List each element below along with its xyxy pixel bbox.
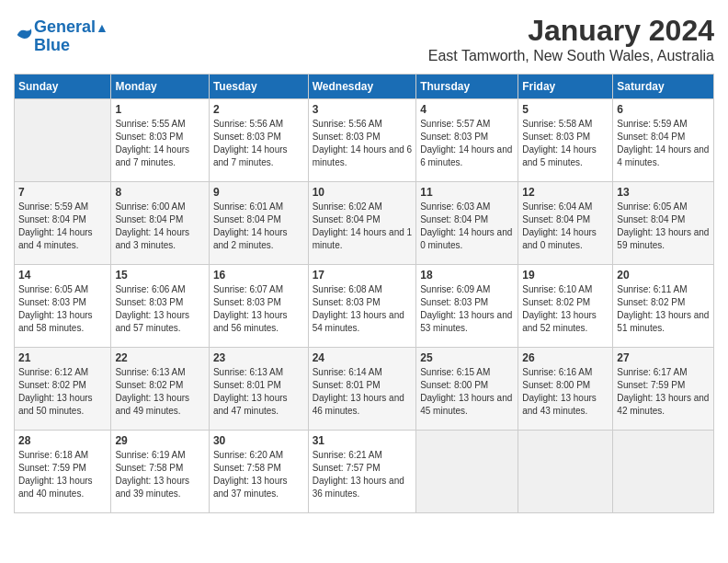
header-monday: Monday bbox=[111, 75, 209, 99]
day-number: 11 bbox=[420, 186, 514, 199]
day-info: Sunrise: 5:57 AMSunset: 8:03 PMDaylight:… bbox=[420, 118, 514, 169]
header-wednesday: Wednesday bbox=[308, 75, 416, 99]
day-number: 30 bbox=[213, 434, 304, 447]
day-info: Sunrise: 6:19 AMSunset: 7:58 PMDaylight:… bbox=[115, 449, 204, 500]
calendar-week-row: 14Sunrise: 6:05 AMSunset: 8:03 PMDayligh… bbox=[15, 265, 714, 348]
day-number: 21 bbox=[18, 351, 107, 364]
day-info: Sunrise: 6:08 AMSunset: 8:03 PMDaylight:… bbox=[313, 283, 413, 335]
day-number: 20 bbox=[617, 269, 710, 282]
calendar-cell: 19Sunrise: 6:10 AMSunset: 8:02 PMDayligh… bbox=[518, 265, 613, 348]
calendar-cell: 26Sunrise: 6:16 AMSunset: 8:00 PMDayligh… bbox=[518, 348, 613, 431]
day-number: 31 bbox=[313, 434, 413, 447]
day-info: Sunrise: 6:18 AMSunset: 7:59 PMDaylight:… bbox=[18, 449, 107, 500]
calendar-cell bbox=[518, 431, 613, 513]
day-number: 18 bbox=[420, 269, 514, 282]
day-info: Sunrise: 5:58 AMSunset: 8:03 PMDaylight:… bbox=[522, 118, 609, 169]
header-thursday: Thursday bbox=[416, 75, 518, 99]
day-info: Sunrise: 6:12 AMSunset: 8:02 PMDaylight:… bbox=[18, 366, 107, 418]
day-number: 24 bbox=[313, 351, 413, 364]
day-info: Sunrise: 6:09 AMSunset: 8:03 PMDaylight:… bbox=[420, 283, 514, 335]
logo-text-blue: Blue bbox=[34, 37, 108, 55]
calendar-week-row: 21Sunrise: 6:12 AMSunset: 8:02 PMDayligh… bbox=[15, 348, 714, 431]
calendar-header-row: Sunday Monday Tuesday Wednesday Thursday… bbox=[15, 75, 714, 99]
day-info: Sunrise: 6:20 AMSunset: 7:58 PMDaylight:… bbox=[213, 449, 304, 500]
calendar-cell: 1Sunrise: 5:55 AMSunset: 8:03 PMDaylight… bbox=[111, 99, 209, 182]
day-info: Sunrise: 6:02 AMSunset: 8:04 PMDaylight:… bbox=[313, 201, 413, 252]
calendar-body: 1Sunrise: 5:55 AMSunset: 8:03 PMDaylight… bbox=[15, 99, 714, 513]
calendar-cell: 13Sunrise: 6:05 AMSunset: 8:04 PMDayligh… bbox=[613, 182, 714, 265]
calendar-cell: 20Sunrise: 6:11 AMSunset: 8:02 PMDayligh… bbox=[613, 265, 714, 348]
calendar-week-row: 1Sunrise: 5:55 AMSunset: 8:03 PMDaylight… bbox=[15, 99, 714, 182]
day-number: 14 bbox=[18, 269, 107, 282]
day-number: 1 bbox=[115, 103, 204, 116]
header-sunday: Sunday bbox=[15, 75, 111, 99]
header-saturday: Saturday bbox=[613, 75, 714, 99]
calendar-cell: 21Sunrise: 6:12 AMSunset: 8:02 PMDayligh… bbox=[15, 348, 111, 431]
calendar-table: Sunday Monday Tuesday Wednesday Thursday… bbox=[14, 74, 714, 513]
day-number: 2 bbox=[213, 103, 304, 116]
day-number: 8 bbox=[115, 186, 204, 199]
calendar-cell bbox=[15, 99, 111, 182]
day-number: 25 bbox=[420, 351, 514, 364]
calendar-cell: 11Sunrise: 6:03 AMSunset: 8:04 PMDayligh… bbox=[416, 182, 518, 265]
day-number: 17 bbox=[313, 269, 413, 282]
day-number: 16 bbox=[213, 269, 304, 282]
logo: General▲ Blue bbox=[14, 18, 108, 55]
day-number: 28 bbox=[18, 434, 107, 447]
day-info: Sunrise: 6:21 AMSunset: 7:57 PMDaylight:… bbox=[313, 449, 413, 500]
day-number: 22 bbox=[115, 351, 204, 364]
calendar-cell: 5Sunrise: 5:58 AMSunset: 8:03 PMDaylight… bbox=[518, 99, 613, 182]
calendar-cell: 14Sunrise: 6:05 AMSunset: 8:03 PMDayligh… bbox=[15, 265, 111, 348]
day-number: 19 bbox=[522, 269, 609, 282]
day-info: Sunrise: 5:56 AMSunset: 8:03 PMDaylight:… bbox=[313, 118, 413, 169]
calendar-cell: 25Sunrise: 6:15 AMSunset: 8:00 PMDayligh… bbox=[416, 348, 518, 431]
calendar-cell: 29Sunrise: 6:19 AMSunset: 7:58 PMDayligh… bbox=[111, 431, 209, 513]
day-info: Sunrise: 6:15 AMSunset: 8:00 PMDaylight:… bbox=[420, 366, 514, 418]
calendar-cell bbox=[613, 431, 714, 513]
day-info: Sunrise: 6:10 AMSunset: 8:02 PMDaylight:… bbox=[522, 283, 609, 335]
day-info: Sunrise: 6:03 AMSunset: 8:04 PMDaylight:… bbox=[420, 201, 514, 252]
calendar-week-row: 7Sunrise: 5:59 AMSunset: 8:04 PMDaylight… bbox=[15, 182, 714, 265]
logo-text-general: General bbox=[34, 17, 96, 36]
day-info: Sunrise: 5:59 AMSunset: 8:04 PMDaylight:… bbox=[18, 201, 107, 252]
header-friday: Friday bbox=[518, 75, 613, 99]
calendar-cell: 30Sunrise: 6:20 AMSunset: 7:58 PMDayligh… bbox=[209, 431, 308, 513]
calendar-cell: 17Sunrise: 6:08 AMSunset: 8:03 PMDayligh… bbox=[308, 265, 416, 348]
day-info: Sunrise: 6:13 AMSunset: 8:01 PMDaylight:… bbox=[213, 366, 304, 418]
calendar-cell: 16Sunrise: 6:07 AMSunset: 8:03 PMDayligh… bbox=[209, 265, 308, 348]
calendar-week-row: 28Sunrise: 6:18 AMSunset: 7:59 PMDayligh… bbox=[15, 431, 714, 513]
day-info: Sunrise: 6:14 AMSunset: 8:01 PMDaylight:… bbox=[313, 366, 413, 418]
calendar-cell: 7Sunrise: 5:59 AMSunset: 8:04 PMDaylight… bbox=[15, 182, 111, 265]
calendar-cell: 2Sunrise: 5:56 AMSunset: 8:03 PMDaylight… bbox=[209, 99, 308, 182]
day-number: 15 bbox=[115, 269, 204, 282]
calendar-cell: 18Sunrise: 6:09 AMSunset: 8:03 PMDayligh… bbox=[416, 265, 518, 348]
day-number: 27 bbox=[617, 351, 710, 364]
calendar-title: January 2024 bbox=[428, 14, 714, 48]
day-info: Sunrise: 6:01 AMSunset: 8:04 PMDaylight:… bbox=[213, 201, 304, 252]
calendar-cell bbox=[416, 431, 518, 513]
day-info: Sunrise: 6:04 AMSunset: 8:04 PMDaylight:… bbox=[522, 201, 609, 252]
calendar-cell: 12Sunrise: 6:04 AMSunset: 8:04 PMDayligh… bbox=[518, 182, 613, 265]
calendar-subtitle: East Tamworth, New South Wales, Australi… bbox=[428, 48, 714, 64]
day-number: 4 bbox=[420, 103, 514, 116]
day-number: 10 bbox=[313, 186, 413, 199]
page-header: General▲ Blue January 2024 East Tamworth… bbox=[14, 14, 714, 64]
day-info: Sunrise: 6:13 AMSunset: 8:02 PMDaylight:… bbox=[115, 366, 204, 418]
day-number: 9 bbox=[213, 186, 304, 199]
day-info: Sunrise: 6:17 AMSunset: 7:59 PMDaylight:… bbox=[617, 366, 710, 418]
calendar-cell: 23Sunrise: 6:13 AMSunset: 8:01 PMDayligh… bbox=[209, 348, 308, 431]
calendar-cell: 24Sunrise: 6:14 AMSunset: 8:01 PMDayligh… bbox=[308, 348, 416, 431]
calendar-cell: 6Sunrise: 5:59 AMSunset: 8:04 PMDaylight… bbox=[613, 99, 714, 182]
day-number: 3 bbox=[313, 103, 413, 116]
calendar-cell: 31Sunrise: 6:21 AMSunset: 7:57 PMDayligh… bbox=[308, 431, 416, 513]
day-info: Sunrise: 5:56 AMSunset: 8:03 PMDaylight:… bbox=[213, 118, 304, 169]
day-number: 26 bbox=[522, 351, 609, 364]
header-tuesday: Tuesday bbox=[209, 75, 308, 99]
day-info: Sunrise: 6:05 AMSunset: 8:04 PMDaylight:… bbox=[617, 201, 710, 252]
calendar-cell: 28Sunrise: 6:18 AMSunset: 7:59 PMDayligh… bbox=[15, 431, 111, 513]
day-number: 13 bbox=[617, 186, 710, 199]
day-info: Sunrise: 6:07 AMSunset: 8:03 PMDaylight:… bbox=[213, 283, 304, 335]
day-info: Sunrise: 6:06 AMSunset: 8:03 PMDaylight:… bbox=[115, 283, 204, 335]
day-info: Sunrise: 6:16 AMSunset: 8:00 PMDaylight:… bbox=[522, 366, 609, 418]
day-number: 7 bbox=[18, 186, 107, 199]
